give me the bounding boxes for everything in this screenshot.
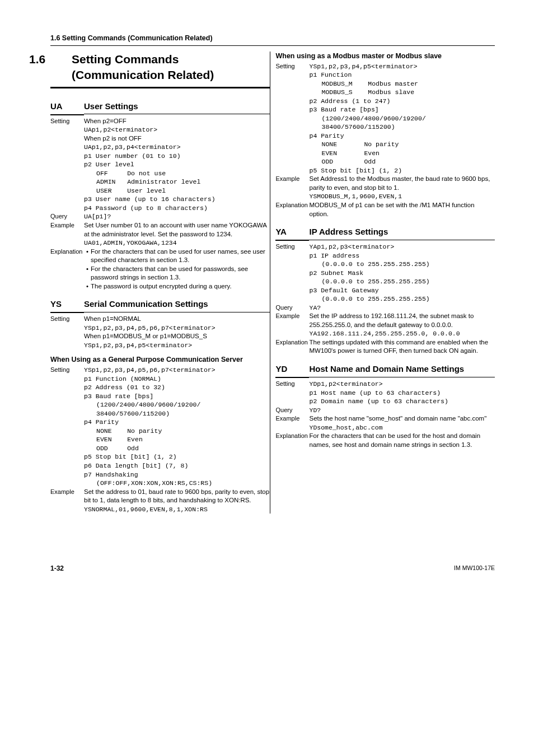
cmd-yd-code: YD [275,363,309,375]
ys-s2-p5: p5 Stop bit [bit] (1, 2) [309,166,495,175]
cmd-ua-code: UA [50,101,84,112]
ya-p1b: (0.0.0.0 to 255.255.255.255) [309,260,495,269]
left-column: 1.6Setting Commands (Communication Relat… [50,52,270,514]
bullet-icon: • [84,282,91,291]
title-number: 1.6 [50,52,72,67]
label-example: Example [275,175,309,183]
label-query: Query [275,304,309,312]
ys-s2-p4: p4 Parity [309,132,495,141]
cmd-yd-name: Host Name and Domain Name Settings [309,364,464,374]
yd-ex2: YDsome_host,abc.com [309,423,495,432]
ua-exp-b1: For the characters that can be used for … [91,248,270,265]
ys-s2-p1-s: MODBUS_S Modbus slave [309,88,495,97]
ys-s2-p3c: 38400/57600/115200) [309,123,495,132]
ys-sub1: When Using as a General Purpose Communic… [50,355,270,365]
ya-p3: p3 Default Gateway [309,286,495,295]
label-query: Query [275,406,309,414]
yd-exp: For the characters that can be used for … [309,432,495,449]
ya-exp: The settings updated with this command a… [309,338,495,356]
cmd-ua-underline [50,114,270,115]
cmd-ys-name: Serial Communication Settings [84,299,208,309]
cmd-ua-name: User Settings [84,101,138,111]
ys-s1-p7: p7 Handshaking [84,470,270,479]
cmd-ya-name: IP Address Settings [309,227,388,236]
ys-s1-setting: YSp1,p2,p3,p4,p5,p6,p7<terminator> [84,366,270,375]
ua-setting-l3: When p2 is not OFF [84,134,270,143]
ua-setting-l1: When p2=OFF [84,117,270,126]
label-example: Example [50,221,84,230]
label-setting: Setting [50,117,84,125]
page-number: 1-32 [50,564,64,573]
label-explanation: Explanation [50,248,84,256]
cmd-ys-code: YS [50,298,84,310]
label-setting: Setting [275,380,309,388]
ys-s1-p4-odd: ODD Odd [84,444,270,453]
content-columns: 1.6Setting Commands (Communication Relat… [50,52,495,514]
ys-setting-l3: When p1=MODBUS_M or p1=MODBUS_S [84,332,270,341]
label-explanation: Explanation [275,432,309,440]
ys-s2-p1: p1 Function [309,71,495,80]
right-column: When using as a Modbus master or Modbus … [270,52,495,514]
bullet-icon: • [84,248,91,265]
ys-s1-p4-even: EVEN Even [84,435,270,444]
title-text: Setting Commands (Communication Related) [72,53,214,81]
cmd-ya-head: YAIP Address Settings [275,226,495,237]
ys-s2-p1-m: MODBUS_M Modbus master [309,80,495,88]
ua-setting-l4: UAp1,p2,p3,p4<terminator> [84,143,270,152]
ys-setting-l2: YSp1,p2,p3,p4,p5,p6,p7<terminator> [84,324,270,333]
ya-p1: p1 IP address [309,251,495,260]
ys-s2-ex1: Set Address1 to the Modbus master, the b… [309,175,495,192]
ya-p3b: (0.0.0.0 to 255.255.255.255) [309,295,495,304]
ya-p2: p2 Subnet Mask [309,269,495,278]
ys-s1-p3c: 38400/57600/115200) [84,409,270,418]
ys-s2-p4-even: EVEN Even [309,149,495,158]
ys-s1-p4-none: NONE No parity [84,427,270,436]
yd-p1: p1 Host name (up to 63 characters) [309,389,495,398]
label-setting: Setting [50,315,84,323]
ya-ex2: YA192.168.111.24,255.255.255.0, 0.0.0.0 [309,329,495,338]
ua-ex2: UA01,ADMIN,YOKOGAWA,1234 [84,239,270,248]
label-explanation: Explanation [275,338,309,347]
ys-sub2: When using as a Modbus master or Modbus … [275,52,495,61]
ya-ex1: Set the IP address to 192.168.111.24, th… [309,312,495,329]
ua-p2-admin: ADMIN Administrator level [84,178,270,186]
ys-s1-p3: p3 Baud rate [bps] [84,392,270,401]
ys-s1-p5: p5 Stop bit [bit] (1, 2) [84,452,270,461]
ua-p3: p3 User name (up to 16 characters) [84,195,270,204]
ya-p2b: (0.0.0.0 to 255.255.255.255) [309,277,495,286]
label-setting: Setting [50,366,84,374]
cmd-ys-head: YSSerial Communication Settings [50,298,270,310]
cmd-yd-underline [275,377,495,378]
cmd-ua-head: UAUser Settings [50,101,270,112]
ya-setting: YAp1,p2,p3<terminator> [309,242,495,251]
label-setting: Setting [275,242,309,251]
ya-query: YA? [309,304,495,312]
ys-setting-l4: YSp1,p2,p3,p4,p5<terminator> [84,341,270,350]
yd-p2: p2 Domain name (up to 63 characters) [309,397,495,406]
ys-s1-p7b: (OFF:OFF,XON:XON,XON:RS,CS:RS) [84,479,270,488]
label-example: Example [50,488,84,496]
ys-s2-exp: MODBUS_M of p1 can be set with the /M1 M… [309,201,495,218]
ua-p2-off: OFF Do not use [84,169,270,178]
ys-s1-p4: p4 Parity [84,418,270,427]
ys-s1-ex: Set the address to 01, baud rate to 9600… [84,488,270,505]
label-example: Example [275,414,309,423]
ua-setting-l2: UAp1,p2<terminator> [84,125,270,134]
ys-s1-ex2: YSNORMAL,01,9600,EVEN,8,1,XON:RS [84,505,270,514]
ys-s2-p3b: (1200/2400/4800/9600/19200/ [309,114,495,123]
yd-setting: YDp1,p2<terminator> [309,380,495,389]
ua-p2: p2 User level [84,160,270,169]
ua-p2-user: USER User level [84,186,270,195]
ys-s1-p3b: (1200/2400/4800/9600/19200/ [84,400,270,409]
cmd-ys-underline [50,312,270,313]
ua-query: UA[p1]? [84,212,270,221]
ua-ex1: Set User number 01 to an account with us… [84,221,270,239]
bullet-icon: • [84,265,91,282]
ua-exp-b3: The password is output encrypted during … [91,282,270,291]
page-footer: 1-32 IM MW100-17E [50,564,495,573]
ua-exp-b2: For the characters that can be used for … [91,265,270,282]
section-header: 1.6 Setting Commands (Communication Rela… [50,34,495,46]
ys-s2-p2: p2 Address (1 to 247) [309,97,495,106]
page-title: 1.6Setting Commands (Communication Relat… [50,52,270,83]
ys-s2-setting: YSp1,p2,p3,p4,p5<terminator> [309,62,495,71]
